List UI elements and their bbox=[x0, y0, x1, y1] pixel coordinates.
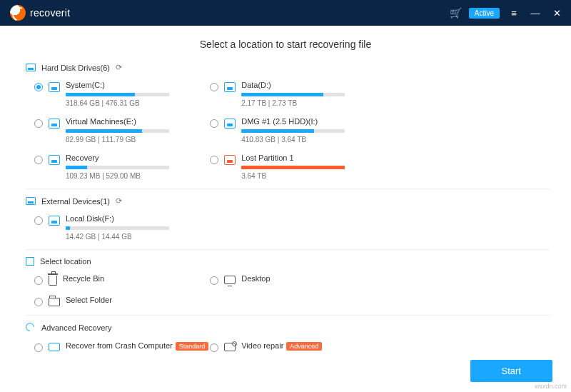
refresh-icon[interactable]: ⟳ bbox=[116, 196, 122, 206]
menu-icon[interactable]: ≡ bbox=[507, 8, 521, 19]
radio-button[interactable] bbox=[34, 298, 43, 306]
brand-name: recoverit bbox=[30, 7, 70, 19]
drive-icon bbox=[49, 82, 60, 92]
drive-label: Data(D:) bbox=[241, 81, 368, 89]
radio-button[interactable] bbox=[34, 216, 43, 225]
drive-item[interactable]: Recovery 109.23 MB | 529.00 MB bbox=[26, 151, 198, 187]
section-title: Hard Disk Drives(6) bbox=[41, 64, 110, 72]
drive-item[interactable]: Local Disk(F:) 14.42 GB | 14.44 GB bbox=[26, 211, 198, 248]
usage-bar bbox=[66, 129, 169, 133]
section-advanced-recovery: Advanced Recovery Recover from Crash Com… bbox=[26, 323, 550, 354]
location-item[interactable]: Select Folder bbox=[26, 293, 198, 313]
radio-button[interactable] bbox=[34, 343, 43, 352]
advanced-label: Video repairAdvanced bbox=[241, 341, 368, 350]
feature-badge: Advanced bbox=[286, 342, 322, 351]
crash-icon bbox=[49, 343, 60, 351]
drive-label: DMG #1 (2.5 HDD)(I:) bbox=[241, 117, 368, 126]
drive-icon bbox=[49, 155, 60, 165]
drive-label: System(C:) bbox=[66, 81, 193, 89]
usage-bar bbox=[66, 226, 169, 230]
drive-item[interactable]: System(C:) 318.64 GB | 476.31 GB bbox=[26, 78, 198, 114]
page-title: Select a location to start recovering fi… bbox=[0, 26, 571, 56]
section-external-devices: External Devices(1) ⟳ Local Disk(F:) 14.… bbox=[26, 196, 550, 248]
drive-icon bbox=[224, 82, 236, 92]
location-section-icon bbox=[26, 257, 34, 266]
drive-stats: 2.17 TB | 2.73 TB bbox=[241, 99, 368, 107]
radio-button[interactable] bbox=[210, 156, 218, 164]
section-title: Advanced Recovery bbox=[41, 323, 111, 332]
video-icon bbox=[224, 343, 236, 351]
section-hard-disk-drives: Hard Disk Drives(6) ⟳ System(C:) 318.64 … bbox=[26, 63, 550, 187]
radio-button[interactable] bbox=[34, 156, 43, 164]
advanced-label: Recover from Crash ComputerStandard bbox=[66, 341, 193, 350]
drive-icon bbox=[224, 119, 236, 129]
drive-stats: 14.42 GB | 14.44 GB bbox=[66, 233, 193, 241]
drive-item[interactable]: DMG #1 (2.5 HDD)(I:) 410.83 GB | 3.64 TB bbox=[201, 114, 374, 151]
drive-item[interactable]: Lost Partition 1 3.64 TB bbox=[201, 151, 374, 187]
external-section-icon bbox=[26, 197, 36, 205]
advanced-item[interactable]: Recover from Crash ComputerStandard bbox=[26, 338, 198, 354]
drive-label: Local Disk(F:) bbox=[66, 214, 193, 223]
drive-label: Recovery bbox=[66, 154, 193, 162]
drive-icon bbox=[49, 119, 60, 129]
section-title: Select location bbox=[40, 257, 91, 266]
section-select-location: Select location Recycle Bin Desktop Sele… bbox=[26, 257, 550, 313]
usage-bar bbox=[66, 166, 169, 169]
drive-item[interactable]: Virtual Machines(E:) 82.99 GB | 111.79 G… bbox=[26, 114, 198, 151]
logo-icon bbox=[10, 5, 26, 21]
drive-label: Virtual Machines(E:) bbox=[66, 117, 193, 126]
radio-button[interactable] bbox=[210, 119, 218, 128]
watermark: wsxdn.com bbox=[535, 383, 567, 390]
cart-icon[interactable]: 🛒 bbox=[450, 7, 462, 19]
bin-icon bbox=[49, 276, 57, 286]
usage-bar bbox=[66, 93, 169, 96]
minimize-icon[interactable]: — bbox=[528, 8, 542, 19]
drive-icon bbox=[49, 216, 60, 226]
radio-button[interactable] bbox=[34, 276, 43, 285]
advanced-item[interactable]: Video repairAdvanced bbox=[201, 338, 374, 354]
drive-stats: 82.99 GB | 111.79 GB bbox=[66, 136, 193, 144]
radio-button[interactable] bbox=[34, 83, 43, 91]
location-label: Recycle Bin bbox=[63, 274, 193, 283]
usage-bar bbox=[241, 129, 345, 133]
refresh-icon[interactable]: ⟳ bbox=[116, 63, 122, 72]
folder-icon bbox=[49, 298, 60, 306]
drive-stats: 410.83 GB | 3.64 TB bbox=[241, 136, 368, 144]
active-badge[interactable]: Active bbox=[469, 8, 500, 19]
location-label: Select Folder bbox=[66, 296, 193, 304]
close-icon[interactable]: ✕ bbox=[550, 8, 564, 19]
drive-item[interactable]: Data(D:) 2.17 TB | 2.73 TB bbox=[201, 78, 374, 114]
usage-bar bbox=[241, 93, 345, 96]
title-bar: recoverit 🛒 Active ≡ — ✕ bbox=[0, 0, 571, 26]
radio-button[interactable] bbox=[210, 83, 218, 91]
lost-drive-icon bbox=[224, 155, 236, 165]
desktop-icon bbox=[224, 276, 236, 284]
radio-button[interactable] bbox=[34, 119, 43, 128]
drive-stats: 109.23 MB | 529.00 MB bbox=[66, 172, 193, 180]
location-item[interactable]: Desktop bbox=[201, 271, 374, 293]
advanced-section-icon bbox=[26, 323, 36, 333]
drive-stats: 318.64 GB | 476.31 GB bbox=[66, 99, 193, 107]
drive-stats: 3.64 TB bbox=[241, 172, 368, 180]
hdd-section-icon bbox=[26, 64, 36, 71]
radio-button[interactable] bbox=[210, 276, 218, 285]
location-label: Desktop bbox=[241, 274, 368, 283]
usage-bar bbox=[241, 166, 345, 169]
footer: Start bbox=[0, 354, 571, 392]
drive-label: Lost Partition 1 bbox=[241, 154, 368, 162]
location-item[interactable]: Recycle Bin bbox=[26, 271, 198, 293]
section-title: External Devices(1) bbox=[41, 197, 110, 206]
logo: recoverit bbox=[10, 5, 70, 21]
start-button[interactable]: Start bbox=[470, 360, 552, 382]
radio-button[interactable] bbox=[210, 343, 218, 352]
